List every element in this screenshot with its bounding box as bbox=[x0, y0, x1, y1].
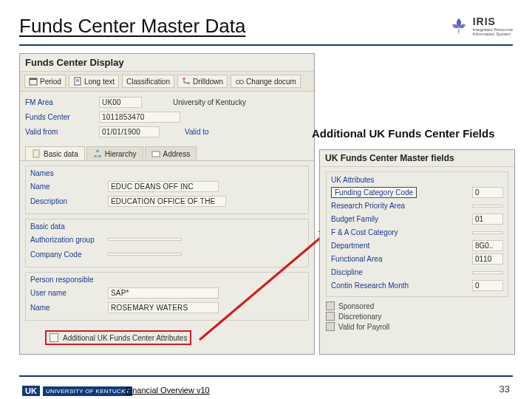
slide-title: Funds Center Master Data bbox=[19, 15, 245, 38]
panel2-title: UK Attributes bbox=[331, 176, 503, 184]
toolbar-period[interactable]: Period bbox=[24, 75, 66, 88]
svg-rect-1 bbox=[30, 78, 37, 80]
slide-header: Funds Center Master Data IRIS Integrated… bbox=[19, 13, 513, 46]
attr-value: 0110 bbox=[472, 253, 503, 265]
note-icon bbox=[32, 149, 41, 158]
tab-hierarchy[interactable]: Hierarchy bbox=[86, 146, 143, 160]
sap2-title: UK Funds Center Master fields bbox=[320, 150, 514, 167]
valid-from-label: Valid from bbox=[25, 128, 99, 136]
fm-area-value: UK00 bbox=[99, 97, 142, 108]
attr-value: 0 bbox=[472, 187, 503, 198]
svg-rect-12 bbox=[98, 155, 101, 157]
card-icon bbox=[151, 149, 160, 158]
company-label: Company Code bbox=[30, 250, 108, 259]
sap-window-detail: UK Funds Center Master fields UK Attribu… bbox=[319, 149, 515, 355]
svg-point-7 bbox=[236, 81, 240, 84]
auth-value bbox=[108, 238, 182, 241]
slide: Funds Center Master Data IRIS Integrated… bbox=[0, 0, 532, 399]
attr-label: Discipline bbox=[331, 268, 363, 276]
panel-person-title: Person responsible bbox=[30, 276, 304, 284]
fm-area-desc: University of Kentucky bbox=[173, 98, 246, 106]
panel-names-title: Names bbox=[30, 169, 304, 177]
name-label: Name bbox=[30, 183, 108, 191]
attr-label: Contin Research Month bbox=[331, 282, 409, 290]
svg-rect-9 bbox=[33, 150, 39, 157]
flag-checkbox[interactable] bbox=[326, 312, 335, 321]
attr-label: Department bbox=[331, 242, 369, 250]
uk-name: UNIVERSITY OF KENTUCKY bbox=[43, 386, 133, 396]
toolbar-longtext[interactable]: Long text bbox=[69, 75, 119, 88]
panel-basic-title: Basic data bbox=[30, 222, 304, 231]
attr-value bbox=[472, 271, 503, 274]
calendar-icon bbox=[29, 77, 38, 86]
flag-label: Valid for Payroll bbox=[338, 323, 389, 331]
attr-label: Funding Category Code bbox=[331, 187, 417, 198]
attr-value bbox=[472, 231, 503, 234]
svg-rect-6 bbox=[187, 82, 190, 84]
flag-label: Discretionary bbox=[338, 313, 381, 321]
desc-label: Description bbox=[30, 197, 108, 205]
panel-basic: Basic data Authorization group Company C… bbox=[25, 219, 309, 267]
desc-value: EDUCATION OFFICE OF THE bbox=[108, 196, 226, 207]
callout-label: Additional UK Funds Center Fields bbox=[312, 127, 495, 140]
additional-attr-label: Additional UK Funds Center Attributes bbox=[63, 334, 187, 342]
toolbar-label: Drilldown bbox=[193, 78, 223, 86]
svg-rect-13 bbox=[152, 151, 160, 157]
tab-basic-data[interactable]: Basic data bbox=[25, 146, 85, 160]
sap-window-main: Funds Center Display Period Long text Cl… bbox=[19, 53, 315, 355]
iris-logo: IRIS Integrated Resource Information Sys… bbox=[449, 16, 513, 36]
uk-initials: UK bbox=[22, 386, 40, 396]
flag-payroll: Valid for Payroll bbox=[326, 322, 508, 331]
flag-checkbox[interactable] bbox=[326, 322, 335, 331]
toolbar-label: Classification bbox=[126, 78, 170, 86]
user-value: SAP* bbox=[108, 287, 219, 299]
tab-address[interactable]: Address bbox=[145, 146, 197, 160]
sap-title: Funds Center Display bbox=[20, 54, 314, 72]
iris-logo-label: IRIS bbox=[473, 16, 513, 27]
flag-discretionary: Discretionary bbox=[326, 312, 508, 321]
flags-group: Sponsored Discretionary Valid for Payrol… bbox=[326, 301, 508, 331]
toolbar-classification[interactable]: Classification bbox=[122, 75, 174, 88]
attr-value: 0 bbox=[472, 280, 503, 291]
additional-attr-checkbox[interactable] bbox=[50, 333, 58, 342]
svg-rect-10 bbox=[96, 150, 99, 152]
attr-label: Budget Family bbox=[331, 215, 378, 223]
panel-person: Person responsible User nameSAP* NameROS… bbox=[25, 272, 309, 321]
toolbar-label: Change docum bbox=[246, 78, 296, 86]
flag-checkbox[interactable] bbox=[326, 301, 335, 310]
svg-rect-11 bbox=[94, 155, 97, 157]
panel-uk-attributes: UK Attributes Funding Category Code0 Res… bbox=[326, 171, 508, 297]
tab-label: Address bbox=[163, 150, 191, 158]
additional-attributes-highlight: Additional UK Funds Center Attributes bbox=[45, 330, 191, 345]
auth-label: Authorization group bbox=[30, 236, 108, 244]
flag-sponsored: Sponsored bbox=[326, 301, 508, 310]
panel-names: Names NameEDUC DEANS OFF INC Description… bbox=[25, 166, 309, 214]
svg-point-8 bbox=[240, 81, 244, 84]
page-number: 33 bbox=[499, 383, 510, 395]
attr-value: 8G0.. bbox=[472, 240, 503, 251]
attr-label: F & A Cost Category bbox=[331, 228, 398, 236]
name-value: EDUC DEANS OFF INC bbox=[108, 181, 219, 192]
attr-value: 01 bbox=[472, 214, 503, 225]
toolbar-changedoc[interactable]: Change docum bbox=[231, 75, 301, 88]
toolbar-label: Long text bbox=[84, 78, 115, 86]
funds-center-value: 1011853470 bbox=[99, 112, 180, 123]
toolbar-drilldown[interactable]: Drilldown bbox=[177, 75, 228, 88]
funds-center-label: Funds Center bbox=[25, 113, 99, 121]
valid-from-value: 01/01/1900 bbox=[99, 126, 160, 137]
fm-area-label: FM Area bbox=[25, 98, 99, 106]
iris-logo-sub2: Information System bbox=[473, 32, 513, 36]
tab-label: Hierarchy bbox=[105, 150, 137, 158]
glasses-icon bbox=[235, 77, 244, 86]
tree-icon bbox=[182, 77, 191, 86]
toolbar-label: Period bbox=[40, 78, 61, 86]
document-icon bbox=[73, 77, 82, 86]
pname-label: Name bbox=[30, 304, 108, 312]
company-value bbox=[108, 253, 182, 256]
uk-logo: UK UNIVERSITY OF KENTUCKY bbox=[22, 386, 132, 396]
sap-toolbar: Period Long text Classification Drilldow… bbox=[20, 72, 314, 92]
attr-label: Research Priority Area bbox=[331, 202, 405, 210]
footer-text: Financial Overview v10 bbox=[126, 386, 210, 395]
attr-value bbox=[472, 205, 503, 208]
sap-header-fields: FM Area UK00 University of Kentucky Fund… bbox=[20, 92, 314, 143]
